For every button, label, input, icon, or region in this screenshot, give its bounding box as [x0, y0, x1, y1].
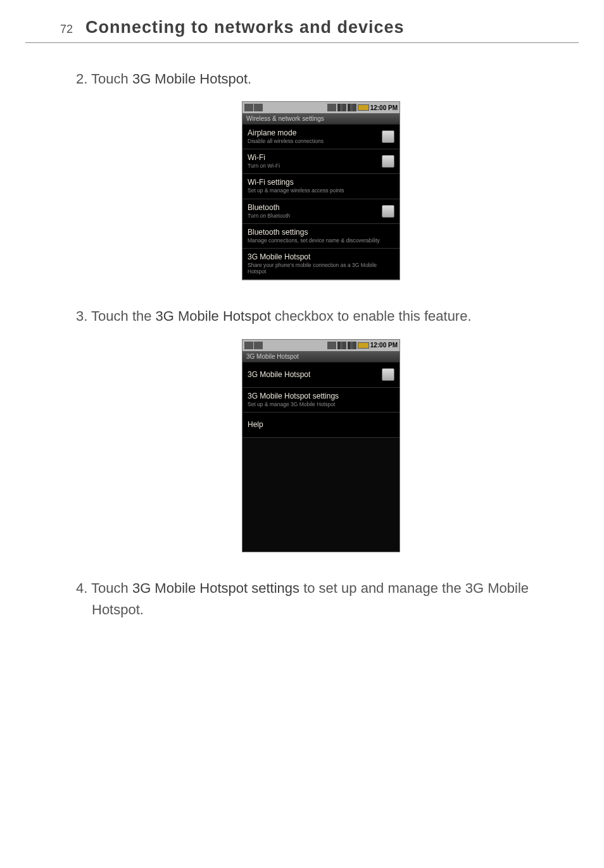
phone-empty-area: [242, 438, 400, 552]
step-3-bold: 3G Mobile Hotspot: [156, 308, 271, 324]
phone-screenshot-2: 12:00 PM 3G Mobile Hotspot 3G Mobile Hot…: [242, 339, 400, 552]
menu-list: 3G Mobile Hotspot 3G Mobile Hotspot sett…: [242, 363, 400, 438]
step-2: 2. Touch 3G Mobile Hotspot.: [76, 68, 566, 90]
step-3-prefix: 3. Touch the: [76, 308, 156, 324]
status-bar: 12:00 PM: [242, 102, 400, 113]
signal-icon: [348, 104, 356, 111]
status-left: [244, 342, 263, 349]
menu-title: Help: [248, 420, 394, 429]
page-number: 72: [60, 23, 73, 36]
status-right: 12:00 PM: [327, 104, 398, 111]
menu-title: Bluetooth settings: [248, 228, 394, 237]
step-2-prefix: 2. Touch: [76, 71, 132, 87]
menu-sub: Manage connections, set device name & di…: [248, 237, 394, 244]
step-2-bold: 3G Mobile Hotspot: [132, 71, 248, 87]
menu-sub: Set up & manage 3G Mobile Hotspot: [248, 401, 394, 407]
screen-title: 3G Mobile Hotspot: [242, 351, 400, 363]
status-left: [244, 104, 263, 111]
menu-item-airplane[interactable]: Airplane mode Disable all wireless conne…: [242, 125, 400, 149]
step-4-prefix: 4. Touch: [76, 580, 132, 596]
menu-title: Wi-Fi settings: [248, 178, 394, 187]
phone-screenshot-1: 12:00 PM Wireless & network settings Air…: [242, 101, 400, 280]
checkbox[interactable]: [382, 155, 394, 168]
menu-sub: Set up & manage wireless access points: [248, 187, 394, 194]
menu-title: Bluetooth: [248, 203, 394, 212]
menu-item-3g-hotspot-toggle[interactable]: 3G Mobile Hotspot: [242, 363, 400, 388]
menu-sub: Disable all wireless connections: [248, 138, 394, 144]
signal-icon: [348, 342, 356, 349]
step-3: 3. Touch the 3G Mobile Hotspot checkbox …: [76, 306, 566, 327]
status-icon: [254, 104, 263, 111]
network-icon: [327, 342, 336, 349]
menu-title: Wi-Fi: [248, 153, 394, 162]
page-title: Connecting to networks and devices: [85, 18, 405, 37]
menu-item-3g-hotspot[interactable]: 3G Mobile Hotspot Share your phone's mob…: [242, 249, 400, 280]
status-icon: [254, 342, 263, 349]
battery-icon: [358, 342, 369, 349]
menu-title: 3G Mobile Hotspot: [248, 252, 394, 261]
menu-list: Airplane mode Disable all wireless conne…: [242, 125, 400, 280]
network-icon: [327, 104, 336, 111]
checkbox[interactable]: [382, 368, 394, 381]
menu-sub: Share your phone's mobile connection as …: [248, 262, 394, 275]
checkbox[interactable]: [382, 130, 394, 143]
battery-icon: [358, 104, 369, 111]
checkbox[interactable]: [382, 205, 394, 218]
menu-item-wifi[interactable]: Wi-Fi Turn on Wi-Fi: [242, 149, 400, 174]
menu-item-wifi-settings[interactable]: Wi-Fi settings Set up & manage wireless …: [242, 174, 400, 199]
menu-item-help[interactable]: Help: [242, 412, 400, 438]
content-area: 2. Touch 3G Mobile Hotspot. 12:00 PM Wir…: [0, 68, 604, 621]
menu-title: 3G Mobile Hotspot: [248, 370, 394, 379]
screenshot-1-wrap: 12:00 PM Wireless & network settings Air…: [76, 101, 566, 280]
status-icon: [244, 342, 253, 349]
step-4: 4. Touch 3G Mobile Hotspot settings to s…: [76, 578, 566, 621]
menu-sub: Turn on Bluetooth: [248, 213, 394, 219]
status-right: 12:00 PM: [327, 342, 398, 349]
screen-title: Wireless & network settings: [242, 113, 400, 125]
signal-icon: [337, 342, 346, 349]
menu-title: Airplane mode: [248, 128, 394, 137]
status-time: 12:00 PM: [370, 104, 398, 111]
step-2-suffix: .: [248, 71, 251, 87]
menu-title: 3G Mobile Hotspot settings: [248, 392, 394, 400]
menu-item-bluetooth-settings[interactable]: Bluetooth settings Manage connections, s…: [242, 224, 400, 249]
status-time: 12:00 PM: [370, 342, 398, 349]
status-icon: [244, 104, 253, 111]
step-3-suffix: checkbox to enable this feature.: [271, 308, 472, 324]
menu-item-3g-hotspot-settings[interactable]: 3G Mobile Hotspot settings Set up & mana…: [242, 388, 400, 412]
signal-icon: [337, 104, 346, 111]
step-4-bold: 3G Mobile Hotspot settings: [132, 580, 299, 596]
page-header: 72 Connecting to networks and devices: [25, 0, 579, 43]
menu-item-bluetooth[interactable]: Bluetooth Turn on Bluetooth: [242, 199, 400, 224]
screenshot-2-wrap: 12:00 PM 3G Mobile Hotspot 3G Mobile Hot…: [76, 339, 566, 552]
menu-sub: Turn on Wi-Fi: [248, 163, 394, 169]
status-bar: 12:00 PM: [242, 340, 400, 351]
